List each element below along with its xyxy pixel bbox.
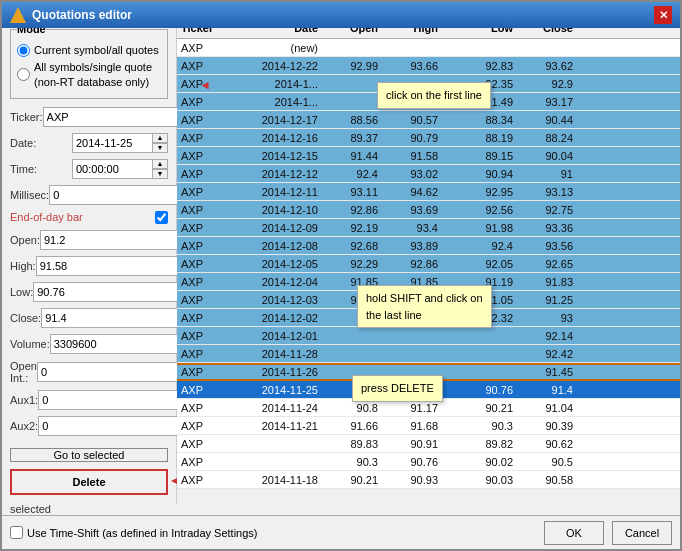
cell-close: 93.62 xyxy=(519,60,579,72)
volume-input[interactable] xyxy=(50,334,196,354)
millisec-input[interactable] xyxy=(49,185,195,205)
mode-legend: Mode xyxy=(17,28,46,35)
table-row[interactable]: AXP 90.3 90.76 90.02 90.5 xyxy=(177,453,680,471)
cell-ticker: AXP xyxy=(177,366,229,378)
cell-open: 93.11 xyxy=(324,186,384,198)
cell-high: 91.17 xyxy=(384,402,444,414)
table-row[interactable]: AXP 2014-12-12 92.4 93.02 90.94 91 xyxy=(177,165,680,183)
date-spin-down[interactable]: ▼ xyxy=(152,143,168,153)
cell-open: 92.86 xyxy=(324,204,384,216)
cell-date: 2014-11-28 xyxy=(229,348,324,360)
openint-label: Open Int.: xyxy=(10,360,37,384)
cell-date: 2014-11-26 xyxy=(229,366,324,378)
use-timeshift-checkbox[interactable] xyxy=(10,526,23,539)
table-row[interactable]: AXP 2014-12-02 92.6 93 92.32 93 xyxy=(177,309,680,327)
table-row[interactable]: AXP (new) xyxy=(177,39,680,57)
table-row[interactable]: AXP 2014-12-03 92.61 93.12 91.05 91.25 xyxy=(177,291,680,309)
cell-close: 88.24 xyxy=(519,132,579,144)
cell-high: 90.93 xyxy=(384,474,444,486)
cell-ticker: AXP xyxy=(177,474,229,486)
table-row[interactable]: AXP 2014-12-17 88.56 90.57 88.34 90.44 xyxy=(177,111,680,129)
cell-date: 2014-12-17 xyxy=(229,114,324,126)
table-row[interactable]: AXP◄ 2014-1... 92.35 92.9 xyxy=(177,75,680,93)
date-input[interactable] xyxy=(72,133,152,153)
table-row[interactable]: AXP 2014-11-25 91.2 91.58 90.76 91.4 xyxy=(177,381,680,399)
millisec-label: Millisec: xyxy=(10,189,49,201)
table-row[interactable]: AXP 2014-1... 91.49 93.17 xyxy=(177,93,680,111)
cell-date: 2014-12-02 xyxy=(229,312,324,324)
cell-low: 90.76 xyxy=(444,384,519,396)
table-row[interactable]: AXP 2014-12-15 91.44 91.58 89.15 90.04 xyxy=(177,147,680,165)
aux2-input[interactable] xyxy=(38,416,184,436)
table-row[interactable]: AXP 2014-12-04 91.85 91.85 91.19 91.83 xyxy=(177,273,680,291)
mode-option2-row: All symbols/single quote(non-RT database… xyxy=(17,60,161,89)
cell-low: 92.56 xyxy=(444,204,519,216)
mode-option1-label: Current symbol/all quotes xyxy=(34,43,159,57)
table-row[interactable]: AXP 2014-12-01 92.14 xyxy=(177,327,680,345)
cell-high: 90.91 xyxy=(384,438,444,450)
table-row[interactable]: AXP 2014-12-08 92.68 93.89 92.4 93.56 xyxy=(177,237,680,255)
table-row[interactable]: AXP 2014-11-18 90.21 90.93 90.03 90.58 xyxy=(177,471,680,489)
time-spin-down[interactable]: ▼ xyxy=(152,169,168,179)
header-low: Low xyxy=(444,28,519,34)
high-input[interactable] xyxy=(36,256,182,276)
cell-close: 90.62 xyxy=(519,438,579,450)
cell-ticker: AXP xyxy=(177,384,229,396)
cell-close: 93.17 xyxy=(519,96,579,108)
table-row[interactable]: AXP 2014-12-10 92.86 93.69 92.56 92.75 xyxy=(177,201,680,219)
eod-checkbox[interactable] xyxy=(155,211,168,224)
cell-date: 2014-11-18 xyxy=(229,474,324,486)
table-row[interactable]: AXP 2014-11-28 92.42 xyxy=(177,345,680,363)
aux1-row: Aux1: xyxy=(10,390,168,410)
low-input[interactable] xyxy=(33,282,179,302)
cell-ticker: AXP xyxy=(177,312,229,324)
ticker-input[interactable] xyxy=(43,107,189,127)
table-row[interactable]: AXP 2014-11-24 90.8 91.17 90.21 91.04 xyxy=(177,399,680,417)
main-content: Mode Current symbol/all quotes All symbo… xyxy=(2,28,680,515)
close-button[interactable]: ✕ xyxy=(654,6,672,24)
cell-low: 88.34 xyxy=(444,114,519,126)
mode-option2-radio[interactable] xyxy=(17,68,30,81)
table-row[interactable]: AXP 2014-12-22 92.99 93.66 92.83 93.62 xyxy=(177,57,680,75)
table-row[interactable]: AXP 89.83 90.91 89.82 90.62 xyxy=(177,435,680,453)
cell-low: 92.05 xyxy=(444,258,519,270)
cancel-button[interactable]: Cancel xyxy=(612,521,672,545)
time-spin-up[interactable]: ▲ xyxy=(152,159,168,169)
cell-high: 93.89 xyxy=(384,240,444,252)
selected-label: selected xyxy=(10,503,168,515)
cell-date: 2014-12-16 xyxy=(229,132,324,144)
close-input[interactable] xyxy=(41,308,187,328)
header-high: High xyxy=(384,28,444,34)
cell-low: 92.83 xyxy=(444,60,519,72)
date-spin-up[interactable]: ▲ xyxy=(152,133,168,143)
cell-close: 92.42 xyxy=(519,348,579,360)
cell-open: 92.6 xyxy=(324,312,384,324)
cell-close: 91.83 xyxy=(519,276,579,288)
open-input[interactable] xyxy=(40,230,186,250)
ok-button[interactable]: OK xyxy=(544,521,604,545)
mode-option1-radio[interactable] xyxy=(17,44,30,57)
table-body[interactable]: AXP (new) AXP 2014-12-22 92.99 93.66 92.… xyxy=(177,39,680,504)
mode-group: Mode Current symbol/all quotes All symbo… xyxy=(10,28,168,99)
table-row[interactable]: AXP 2014-12-09 92.19 93.4 91.98 93.36 xyxy=(177,219,680,237)
openint-input[interactable] xyxy=(37,362,183,382)
time-input[interactable] xyxy=(72,159,152,179)
delete-button[interactable]: Delete xyxy=(10,469,168,495)
right-panel: Ticker Date Open High Low Close AXP (new… xyxy=(177,28,680,504)
table-row[interactable]: AXP 2014-11-26 91.45 xyxy=(177,363,680,381)
goto-selected-button[interactable]: Go to selected xyxy=(10,448,168,462)
cell-close: 93 xyxy=(519,312,579,324)
header-date: Date xyxy=(229,28,324,34)
volume-row: Volume: xyxy=(10,334,168,354)
delete-row: Delete ◄ xyxy=(10,466,168,495)
table-row[interactable]: AXP 2014-12-05 92.29 92.86 92.05 92.65 xyxy=(177,255,680,273)
aux1-input[interactable] xyxy=(38,390,184,410)
millisec-row: Millisec: xyxy=(10,185,168,205)
table-row[interactable]: AXP 2014-12-11 93.11 94.62 92.95 93.13 xyxy=(177,183,680,201)
table-row[interactable]: AXP 2014-12-16 89.37 90.79 88.19 88.24 xyxy=(177,129,680,147)
table-row[interactable]: AXP 2014-11-21 91.66 91.68 90.3 90.39 xyxy=(177,417,680,435)
cell-date: 2014-12-01 xyxy=(229,330,324,342)
cell-close: 91.4 xyxy=(519,384,579,396)
cell-high: 90.76 xyxy=(384,456,444,468)
cell-close: 91 xyxy=(519,168,579,180)
